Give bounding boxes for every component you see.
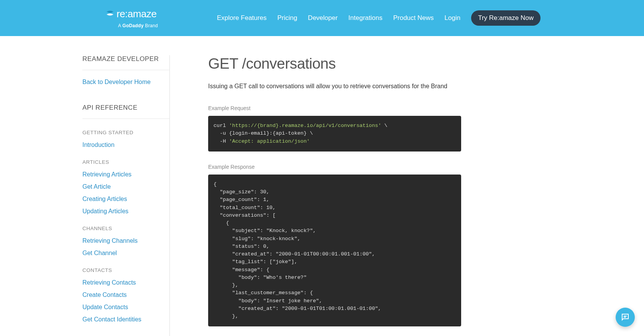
sidebar-api-ref: API REFERENCE GETTING STARTED Introducti… <box>82 104 169 323</box>
sidebar-item-retrieving-channels[interactable]: Retrieving Channels <box>82 237 169 244</box>
sidebar-group-getting-started: GETTING STARTED Introduction <box>82 130 169 148</box>
nav-pricing[interactable]: Pricing <box>277 14 297 22</box>
reamaze-logo-icon <box>106 10 114 17</box>
nav-integrations[interactable]: Integrations <box>348 14 383 22</box>
main-content: GET /conversations Issuing a GET call to… <box>170 55 461 336</box>
sidebar-back-link[interactable]: Back to Developer Home <box>82 79 169 86</box>
sidebar-api-title: API REFERENCE <box>82 104 169 119</box>
nav-product-news[interactable]: Product News <box>393 14 434 22</box>
logo-main: re:amaze <box>106 8 156 20</box>
sidebar-item-create-contacts[interactable]: Create Contacts <box>82 292 169 298</box>
sidebar-item-introduction[interactable]: Introduction <box>82 142 169 148</box>
sidebar-group-heading: CONTACTS <box>82 267 169 273</box>
logo[interactable]: re:amaze A GoDaddy Brand <box>106 8 158 28</box>
sidebar-group-heading: GETTING STARTED <box>82 130 169 135</box>
sidebar-dev-title: REAMAZE DEVELOPER <box>82 55 169 70</box>
page-container: REAMAZE DEVELOPER Back to Developer Home… <box>82 36 562 336</box>
sidebar-group-heading: ARTICLES <box>82 159 169 165</box>
example-response-label: Example Response <box>208 164 461 170</box>
sidebar-group-contacts: CONTACTS Retrieving Contacts Create Cont… <box>82 267 169 323</box>
example-request-label: Example Request <box>208 105 461 111</box>
example-request-code: curl 'https://{brand}.reamaze.io/api/v1/… <box>208 116 461 152</box>
sidebar-item-creating-articles[interactable]: Creating Articles <box>82 196 169 203</box>
sidebar: REAMAZE DEVELOPER Back to Developer Home… <box>82 55 170 336</box>
sidebar-item-retrieving-articles[interactable]: Retrieving Articles <box>82 171 169 178</box>
chat-fab[interactable] <box>616 308 635 327</box>
logo-subtext: A GoDaddy Brand <box>118 23 158 28</box>
page-title: GET /conversations <box>208 55 461 72</box>
main-nav: Explore Features Pricing Developer Integ… <box>217 10 540 26</box>
sidebar-group-heading: CHANNELS <box>82 226 169 231</box>
sidebar-group-articles: ARTICLES Retrieving Articles Get Article… <box>82 159 169 215</box>
sidebar-group-channels: CHANNELS Retrieving Channels Get Channel <box>82 226 169 257</box>
nav-explore-features[interactable]: Explore Features <box>217 14 266 22</box>
example-response-code: { "page_size": 30, "page_count": 1, "tot… <box>208 175 461 327</box>
site-header: re:amaze A GoDaddy Brand Explore Feature… <box>0 0 644 36</box>
sidebar-item-get-article[interactable]: Get Article <box>82 183 169 190</box>
chat-icon <box>621 313 630 322</box>
nav-developer[interactable]: Developer <box>308 14 338 22</box>
sidebar-item-update-contacts[interactable]: Update Contacts <box>82 304 169 311</box>
sidebar-item-get-contact-identities[interactable]: Get Contact Identities <box>82 316 169 323</box>
sidebar-item-get-channel[interactable]: Get Channel <box>82 250 169 257</box>
page-lead: Issuing a GET call to conversations will… <box>208 83 461 90</box>
logo-text: re:amaze <box>117 8 156 20</box>
sidebar-item-updating-articles[interactable]: Updating Articles <box>82 208 169 215</box>
nav-login[interactable]: Login <box>445 14 461 22</box>
nav-cta-try[interactable]: Try Re:amaze Now <box>471 10 540 26</box>
sidebar-item-retrieving-contacts[interactable]: Retrieving Contacts <box>82 279 169 286</box>
